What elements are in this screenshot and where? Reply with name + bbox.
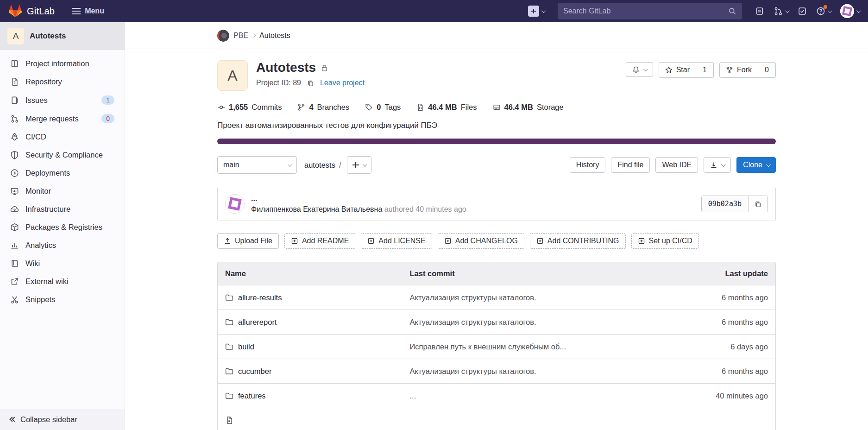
- chevron-down-icon: [785, 8, 790, 13]
- stat-branches[interactable]: 4 Branches: [297, 103, 349, 112]
- user-menu[interactable]: [840, 4, 860, 18]
- deploy-icon: [10, 169, 19, 177]
- history-button[interactable]: History: [570, 157, 606, 173]
- sidebar-item-deployments[interactable]: Deployments: [0, 164, 125, 182]
- plus-square-icon: [638, 237, 645, 245]
- sidebar-item-repository[interactable]: Repository: [0, 73, 125, 91]
- commit-message-link[interactable]: Актуализация структуры каталогов.: [409, 318, 536, 326]
- sidebar-item-wiki[interactable]: Wiki: [0, 254, 125, 272]
- sidebar-item-packages-registries[interactable]: Packages & Registries: [0, 218, 125, 236]
- plus-icon: [352, 162, 359, 168]
- clone-label: Clone: [743, 161, 762, 169]
- sidebar-item-infrastructure[interactable]: Infrastructure: [0, 200, 125, 218]
- download-dropdown-button[interactable]: [704, 157, 731, 173]
- tag-icon: [365, 103, 373, 111]
- last-update-time: 6 months ago: [643, 367, 768, 376]
- commit-message-link[interactable]: Актуализация структуры каталогов.: [409, 367, 536, 375]
- path-separator: /: [339, 161, 341, 170]
- breadcrumb: PBE Autotests: [217, 30, 776, 42]
- commit-message-link[interactable]: Исправлен путь к внешним служебным об...: [409, 342, 566, 351]
- stat-files[interactable]: 46.4 MB Files: [416, 103, 477, 112]
- chart-icon: [10, 241, 19, 250]
- notification-dot: [824, 5, 827, 9]
- merge-requests-dropdown[interactable]: [774, 6, 788, 16]
- star-button[interactable]: Star: [659, 62, 696, 78]
- commit-message-link[interactable]: Актуализация структуры каталогов.: [409, 293, 536, 302]
- add-license-button[interactable]: Add LICENSE: [361, 233, 432, 249]
- issues-icon: [10, 96, 19, 105]
- add-readme-button[interactable]: Add README: [284, 233, 355, 249]
- new-dropdown[interactable]: [528, 6, 545, 17]
- breadcrumb-group-link[interactable]: PBE: [233, 32, 248, 40]
- file-name-link[interactable]: build: [238, 342, 254, 351]
- language-bar[interactable]: [217, 139, 776, 144]
- commit-author-link[interactable]: Филиппенкова Екатерина Витальевна: [251, 205, 382, 213]
- fork-button[interactable]: Fork: [719, 62, 758, 78]
- last-update-time: 6 months ago: [643, 318, 768, 327]
- stat-tags[interactable]: 0 Tags: [365, 103, 401, 112]
- branch-selector[interactable]: main: [217, 156, 297, 174]
- clone-dropdown-button[interactable]: Clone: [736, 157, 776, 173]
- sidebar-item-analytics[interactable]: Analytics: [0, 236, 125, 254]
- sidebar-item-label: Project information: [25, 59, 89, 68]
- sidebar-item-security-compliance[interactable]: Security & Compliance: [0, 146, 125, 164]
- stat-storage[interactable]: 46.4 MB Storage: [493, 103, 564, 112]
- sidebar-item-label: Monitor: [25, 187, 51, 196]
- todos-shortcut[interactable]: [798, 6, 807, 16]
- sidebar-item-monitor[interactable]: Monitor: [0, 182, 125, 200]
- commit-message-link[interactable]: ...: [409, 392, 416, 400]
- sidebar-item-cicd[interactable]: CI/CD: [0, 128, 125, 146]
- file-name-link[interactable]: features: [238, 392, 266, 400]
- search-input[interactable]: [563, 7, 728, 15]
- upload-file-label: Upload File: [235, 237, 272, 245]
- sidebar-project-link[interactable]: A Autotests: [0, 22, 125, 50]
- web-ide-button[interactable]: Web IDE: [655, 157, 698, 173]
- sidebar-item-label: Infrastructure: [25, 205, 70, 214]
- table-row-partial: [218, 408, 775, 430]
- setup-cicd-button[interactable]: Set up CI/CD: [631, 233, 699, 249]
- upload-file-button[interactable]: Upload File: [217, 233, 279, 249]
- issues-shortcut[interactable]: [755, 6, 764, 16]
- issues-icon: [755, 6, 764, 16]
- commit-title-link[interactable]: ...: [251, 195, 466, 203]
- leave-project-link[interactable]: Leave project: [320, 79, 365, 87]
- add-file-dropdown[interactable]: [347, 156, 371, 174]
- sidebar-item-project-information[interactable]: Project information: [0, 55, 125, 73]
- sidebar-item-merge-requests[interactable]: Merge requests 0: [0, 109, 125, 128]
- sidebar-item-snippets[interactable]: Snippets: [0, 291, 125, 309]
- folder-icon: [225, 318, 233, 326]
- fork-count-button[interactable]: 0: [758, 62, 776, 78]
- hamburger-icon: [72, 11, 81, 12]
- add-contributing-button[interactable]: Add CONTRIBUTING: [530, 233, 626, 249]
- menu-button[interactable]: Menu: [72, 7, 104, 15]
- copy-sha-button[interactable]: [748, 196, 767, 212]
- sidebar-item-external-wiki[interactable]: External wiki: [0, 272, 125, 291]
- project-id: Project ID: 89: [256, 79, 301, 87]
- breadcrumb-project-link[interactable]: Autotests: [259, 32, 290, 40]
- find-file-label: Find file: [617, 161, 643, 169]
- copy-project-id-button[interactable]: [307, 79, 314, 87]
- table-row: cucumber Актуализация структуры каталого…: [218, 359, 775, 384]
- todo-check-icon: [798, 6, 807, 16]
- file-name-link[interactable]: allurereport: [238, 318, 277, 327]
- project-sidebar: A Autotests Project information Reposito…: [0, 22, 125, 430]
- file-name-link[interactable]: allure-results: [238, 293, 282, 302]
- star-count-button[interactable]: 1: [696, 62, 714, 78]
- help-dropdown[interactable]: [816, 6, 831, 16]
- global-search[interactable]: [558, 3, 742, 19]
- plus-square-icon: [291, 237, 298, 245]
- find-file-button[interactable]: Find file: [611, 157, 650, 173]
- file-name-link[interactable]: cucumber: [238, 367, 271, 376]
- commit-author-avatar[interactable]: [225, 194, 245, 214]
- stat-commits[interactable]: 1,655 Commits: [217, 103, 282, 112]
- plus-square-icon: [367, 237, 375, 245]
- notifications-dropdown-button[interactable]: [626, 62, 653, 77]
- repo-root-link[interactable]: autotests: [304, 161, 335, 170]
- sidebar-item-label: Deployments: [25, 169, 70, 177]
- collapse-sidebar-button[interactable]: Collapse sidebar: [0, 409, 125, 430]
- sidebar-item-issues[interactable]: Issues 1: [0, 91, 125, 109]
- tanuki-icon: [8, 5, 22, 18]
- add-changelog-button[interactable]: Add CHANGELOG: [438, 233, 524, 249]
- gitlab-logo[interactable]: GitLab: [8, 5, 55, 18]
- book-icon: [10, 59, 19, 68]
